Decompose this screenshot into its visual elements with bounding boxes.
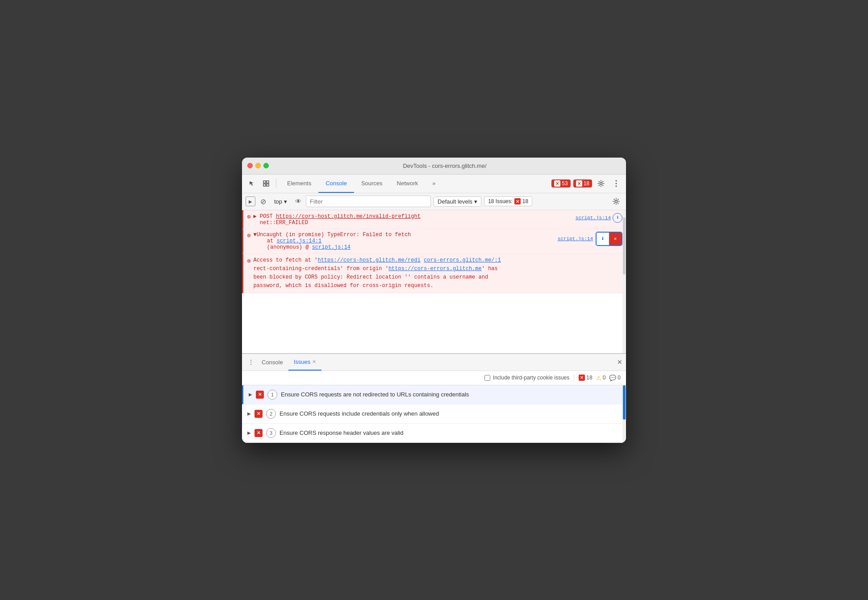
block-icon[interactable]: ⊘: [258, 196, 268, 206]
error-x-icon: ✕: [554, 180, 560, 187]
anchor-btn[interactable]: ⬇: [597, 233, 609, 245]
row2-right: script.js:14 ⬇ ✕: [558, 232, 622, 246]
console-row-2-line2: at script.js:14:1: [253, 238, 557, 244]
third-party-cookie-checkbox[interactable]: Include third-party cookie issues: [484, 375, 569, 381]
svg-point-4: [600, 183, 602, 185]
issues-badge[interactable]: 18 Issues: ✕ 18: [484, 196, 532, 206]
typeerror-link2[interactable]: script.js:14: [312, 244, 351, 250]
issues-tab-close[interactable]: ✕: [312, 359, 316, 365]
toolbar-right: ✕ 53 ✕ 18: [551, 177, 622, 190]
console-row-3-content: Access to fetch at 'https://cors-host.gl…: [253, 256, 622, 291]
post-url-link[interactable]: https://cors-host.glitch.me/invalid-pref…: [276, 213, 421, 220]
expand-arrow-1[interactable]: ▶: [249, 392, 252, 397]
cors-link1[interactable]: https://cors-host.glitch.me/redi: [317, 257, 420, 263]
console-settings-icon[interactable]: [610, 195, 622, 208]
play-button[interactable]: ▶: [246, 196, 255, 206]
issue-num-1: 1: [267, 390, 277, 400]
expand-arrow-2[interactable]: ▶: [247, 411, 251, 416]
console-row-2-content: ▼Uncaught (in promise) TypeError: Failed…: [253, 232, 557, 250]
third-party-checkbox-input[interactable]: [484, 375, 490, 381]
filter-input[interactable]: [306, 196, 431, 207]
bottom-tab-bar: ⋮ Console Issues ✕ ✕: [242, 354, 626, 371]
blue-box-group: ⬇ ✕: [596, 232, 622, 246]
scrollbar-track[interactable]: [622, 210, 626, 353]
warning-x-icon: ✕: [576, 180, 582, 187]
console-row-2-line1: ▼Uncaught (in promise) TypeError: Failed…: [253, 232, 557, 238]
issue-error-icon-1: ✕: [256, 391, 264, 399]
issues-list: ▶ ✕ 1 Ensure CORS requests are not redir…: [242, 385, 626, 443]
dismiss-btn[interactable]: ✕: [609, 233, 622, 245]
console-row-cors: ⊗ Access to fetch at 'https://cors-host.…: [242, 254, 626, 294]
error-count-item: ✕ 18: [579, 375, 592, 381]
live-expression-icon[interactable]: 👁: [293, 196, 303, 206]
bottom-scrollbar-thumb: [623, 385, 626, 420]
console-row-1-line1: ▶ POST https://cors-host.glitch.me/inval…: [253, 213, 575, 220]
row1-anchor-icon[interactable]: ⬇: [613, 213, 622, 223]
error-count-badge[interactable]: ✕ 53: [551, 179, 570, 188]
row2-source-link[interactable]: script.js:14: [558, 236, 593, 242]
tab-elements[interactable]: Elements: [280, 175, 318, 193]
issue-num-3: 3: [266, 428, 276, 438]
issue-row-2[interactable]: ▶ ✕ 2 Ensure CORS requests include crede…: [242, 404, 626, 424]
svg-point-6: [616, 183, 617, 184]
console-row-2-line3: (anonymous) @ script.js:14: [253, 244, 557, 250]
levels-dropdown[interactable]: Default levels ▾: [434, 196, 481, 207]
chevron-down-icon: ▾: [474, 198, 477, 205]
error-icon-2: ⊗: [247, 232, 250, 239]
svg-rect-1: [267, 181, 269, 183]
scrollbar-thumb: [623, 217, 626, 275]
console-row-post: ⊗ ▶ POST https://cors-host.glitch.me/inv…: [242, 210, 626, 229]
maximize-button[interactable]: [263, 163, 269, 168]
tab-console[interactable]: Console: [318, 175, 354, 193]
bottom-panel-close[interactable]: ✕: [617, 358, 622, 366]
bottom-dots-menu[interactable]: ⋮: [246, 357, 256, 367]
expand-arrow-3[interactable]: ▶: [247, 430, 251, 435]
divider: [276, 179, 276, 188]
issue-error-icon-2: ✕: [255, 410, 263, 418]
tab-more[interactable]: »: [425, 175, 442, 193]
cors-link3[interactable]: https://cors-errors.glitch.me: [388, 266, 482, 272]
settings-icon[interactable]: [595, 177, 607, 190]
typeerror-link1[interactable]: script.js:14:1: [276, 238, 321, 244]
svg-point-5: [616, 180, 617, 182]
warning-count-item: ⚠ 0: [596, 375, 606, 381]
issue-num-2: 2: [266, 409, 276, 419]
console-row-3-text: Access to fetch at 'https://cors-host.gl…: [253, 256, 622, 291]
main-toolbar: Elements Console Sources Network » ✕ 53 …: [242, 175, 626, 193]
console-area: ⊗ ▶ POST https://cors-host.glitch.me/inv…: [242, 210, 626, 353]
issues-error-icon: ✕: [514, 198, 521, 204]
bottom-panel: ⋮ Console Issues ✕ ✕ Include third-party…: [242, 353, 626, 443]
svg-rect-0: [263, 181, 266, 183]
issues-counts: ✕ 18 ⚠ 0 💬 0: [574, 375, 621, 381]
tab-sources[interactable]: Sources: [354, 175, 390, 193]
row1-right: script.js:14 ⬇: [576, 213, 622, 223]
devtools-window: DevTools - cors-errors.glitch.me/ Elemen…: [242, 158, 626, 443]
row1-source-link[interactable]: script.js:14: [576, 215, 611, 221]
svg-rect-3: [267, 184, 269, 186]
cors-link2[interactable]: cors-errors.glitch.me/:1: [424, 257, 501, 263]
close-button[interactable]: [247, 163, 253, 168]
minimize-button[interactable]: [255, 163, 261, 168]
more-options-icon[interactable]: [610, 177, 622, 190]
svg-rect-2: [263, 184, 266, 186]
issue-row-3[interactable]: ▶ ✕ 3 Ensure CORS response header values…: [242, 424, 626, 443]
issue-row-1[interactable]: ▶ ✕ 1 Ensure CORS requests are not redir…: [242, 385, 626, 404]
cursor-icon[interactable]: [246, 177, 258, 190]
warning-count-badge[interactable]: ✕ 18: [573, 179, 592, 188]
issue-error-icon-3: ✕: [255, 429, 263, 437]
issues-error-icon: ✕: [579, 375, 585, 381]
context-selector[interactable]: top ▾: [271, 197, 291, 206]
bottom-tab-issues[interactable]: Issues ✕: [288, 354, 322, 371]
bottom-scrollbar-track[interactable]: [622, 385, 626, 443]
bottom-tab-console[interactable]: Console: [256, 354, 288, 371]
window-title: DevTools - cors-errors.glitch.me/: [269, 162, 621, 169]
titlebar: DevTools - cors-errors.glitch.me/: [242, 158, 626, 175]
inspect-icon[interactable]: [260, 177, 272, 190]
chevron-down-icon: ▾: [284, 198, 287, 205]
info-icon: 💬: [609, 375, 616, 381]
tab-network[interactable]: Network: [390, 175, 426, 193]
svg-point-8: [615, 200, 618, 203]
traffic-lights: [247, 163, 269, 168]
warning-icon: ⚠: [596, 375, 601, 381]
console-toolbar: ▶ ⊘ top ▾ 👁 Default levels ▾ 18 Issues: …: [242, 193, 626, 210]
